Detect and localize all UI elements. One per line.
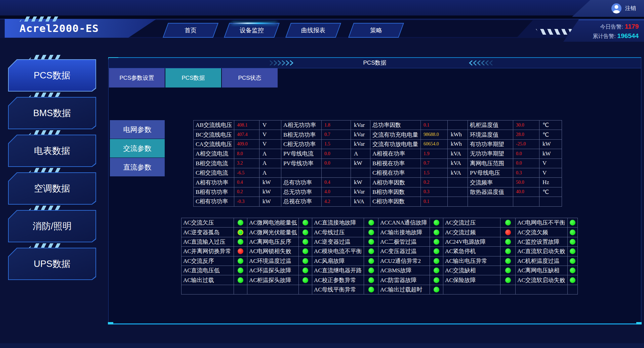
nav-tab-3[interactable]: 曲线报表 <box>285 23 341 38</box>
status-indicator-green <box>505 258 511 264</box>
status-indicator-cell <box>430 228 443 237</box>
param-unit: V <box>259 120 281 130</box>
status-indicator-green <box>238 268 243 273</box>
sidebar-item-2[interactable]: BMS数据 <box>8 97 96 129</box>
param-value: 0.3 <box>513 168 539 178</box>
param-value: 1.5 <box>421 168 448 178</box>
status-indicator-cell <box>568 247 578 256</box>
param-label: 交流有功充电电量 <box>370 130 421 139</box>
status-indicator-cell <box>234 256 247 266</box>
panel-tab-3[interactable]: PCS状态 <box>222 68 278 88</box>
status-label: AC输出电压异常 <box>443 256 500 266</box>
param-unit: kW <box>259 197 281 206</box>
status-indicator-cell <box>364 228 378 237</box>
nav-tab-1[interactable]: 首页 <box>163 23 218 38</box>
nav-tab-4[interactable]: 策略 <box>348 23 404 38</box>
param-unit: kVar <box>351 140 370 149</box>
status-indicator-red <box>238 248 243 254</box>
submenu-item-2[interactable]: 交流参数 <box>110 139 165 158</box>
status-label: AC离网电压反序 <box>247 237 299 247</box>
footer-strip <box>0 343 644 348</box>
param-unit: kVar <box>351 187 370 197</box>
status-indicator-green <box>238 277 243 283</box>
param-label: 总视在功率 <box>281 197 322 206</box>
param-unit: ℃ <box>539 130 562 139</box>
param-unit <box>448 197 468 206</box>
param-label: 总功率因数 <box>370 120 421 130</box>
status-indicator-cell <box>234 247 247 256</box>
param-value <box>322 168 351 178</box>
sidebar-item-1[interactable]: PCS数据 <box>8 59 96 92</box>
param-label: 环境温度值 <box>468 130 513 139</box>
status-indicator-green <box>303 248 308 254</box>
status-indicator-green <box>238 258 243 264</box>
status-label: AC输出接地故障 <box>378 228 430 237</box>
status-indicator-cell <box>364 266 378 275</box>
nav-tab-label: 策略 <box>352 24 401 37</box>
status-label: AC逆变器过温 <box>312 237 364 247</box>
param-unit: kVA <box>448 168 468 178</box>
status-label: AC并离网切换异常 <box>182 247 234 256</box>
status-indicator-cell <box>500 237 516 247</box>
param-unit: kVA <box>448 159 468 168</box>
param-value: 28.0 <box>513 130 539 139</box>
status-indicator-green <box>368 287 374 292</box>
sidebar-item-6[interactable]: UPS数据 <box>8 248 96 280</box>
status-indicator-green <box>570 230 575 235</box>
status-label: AC保险故障 <box>443 275 500 285</box>
status-indicator-green <box>434 287 439 292</box>
panel-corner-accent <box>108 322 113 324</box>
panel-tab-2[interactable]: PCS数据 <box>165 68 221 88</box>
param-label <box>468 197 513 206</box>
param-value: 0.0 <box>513 159 539 168</box>
sidebar-item-4[interactable]: 空调数据 <box>8 172 96 205</box>
param-unit: kW <box>539 140 562 149</box>
param-unit: ℃ <box>539 120 562 130</box>
status-indicator-cell <box>500 266 516 275</box>
status-label: AC柜温探头故障 <box>247 275 299 285</box>
submenu-item-3[interactable]: 直流参数 <box>110 158 165 176</box>
param-unit: V <box>259 130 281 139</box>
param-value: 0.7 <box>322 130 351 139</box>
status-indicator-green <box>434 258 439 264</box>
sidebar-item-3[interactable]: 电表数据 <box>8 135 96 167</box>
param-value <box>513 197 539 206</box>
param-label: 总有功功率 <box>281 178 322 187</box>
status-indicator-green <box>434 230 439 235</box>
sidebar-item-5[interactable]: 消防/照明 <box>8 210 96 242</box>
param-label: A相视在功率 <box>370 149 421 159</box>
status-label: AC模块电流不平衡 <box>312 247 364 256</box>
nav-tab-label: 首页 <box>166 24 215 37</box>
param-value: 407.4 <box>234 130 259 139</box>
pcs-data-table: AB交流线电压408.1VA相无功功率1.8kVar总功率因数0.1机柜温度值3… <box>193 120 562 207</box>
status-indicator-green <box>303 258 308 264</box>
param-label: 机柜温度值 <box>468 120 513 130</box>
param-unit: A <box>259 149 281 159</box>
status-indicator-cell <box>364 285 378 294</box>
status-indicator-cell <box>500 247 516 256</box>
panel-tab-1[interactable]: PCS参数设置 <box>109 68 165 88</box>
param-value: 0.7 <box>421 159 448 168</box>
param-label: C相功率因数 <box>370 197 421 206</box>
top-bar <box>0 0 644 19</box>
param-label: B相视在功率 <box>370 159 421 168</box>
param-label: A相无功功率 <box>281 120 322 130</box>
status-label: AC环境温度过温 <box>247 256 299 266</box>
param-label: C相交流电流 <box>194 168 234 178</box>
status-indicator-green <box>570 268 575 273</box>
status-indicator-green <box>434 277 439 283</box>
alarm-total-row: 累计告警:196544 <box>563 31 639 41</box>
param-label: C相无功功率 <box>281 140 322 149</box>
status-indicator-cell <box>234 218 247 228</box>
status-label: AC母线平衡异常 <box>312 285 364 294</box>
param-unit: A <box>259 168 281 178</box>
status-indicator-green <box>368 268 374 273</box>
param-value: 98688.0 <box>421 130 448 139</box>
sidebar-stripes-decoration <box>29 206 63 210</box>
param-value: -0.3 <box>234 197 259 206</box>
param-unit <box>448 178 468 187</box>
sidebar-stripes-decoration <box>29 168 63 172</box>
status-indicator-green <box>368 277 374 283</box>
submenu-item-1[interactable]: 电网参数 <box>110 120 165 139</box>
nav-tab-2[interactable]: 设备监控 <box>224 23 280 38</box>
